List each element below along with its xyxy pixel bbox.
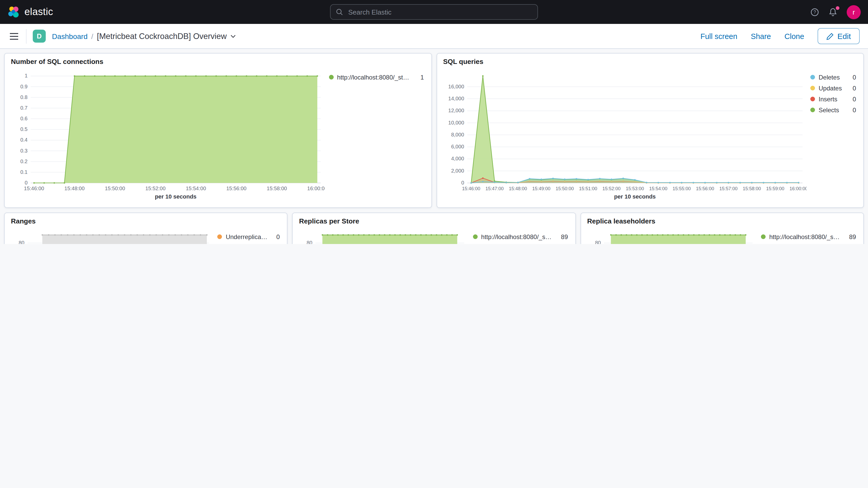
legend-label: Inserts bbox=[818, 95, 837, 103]
svg-text:per 10 seconds: per 10 seconds bbox=[155, 193, 196, 200]
legend-value: 89 bbox=[845, 233, 856, 240]
svg-text:15:55:00: 15:55:00 bbox=[672, 186, 690, 191]
panel-sql-connections: Number of SQL connections 00.10.20.30.40… bbox=[4, 53, 432, 208]
help-icon[interactable]: ? bbox=[810, 7, 819, 17]
panel-ranges: Ranges 0102030405060708015:46:0015:48:00… bbox=[4, 213, 288, 244]
legend-color-dot bbox=[810, 108, 815, 112]
page: elastic ? r D Dashboard / bbox=[0, 0, 868, 244]
notification-dot bbox=[836, 6, 839, 10]
elastic-logo[interactable] bbox=[7, 5, 20, 19]
share-button[interactable]: Share bbox=[751, 32, 771, 40]
legend-item[interactable]: Updates0 bbox=[810, 83, 856, 94]
svg-text:80: 80 bbox=[595, 240, 600, 244]
chart-legend: http://localhost:8080/_sta...89 bbox=[469, 226, 570, 244]
global-search-box[interactable] bbox=[330, 4, 538, 20]
svg-text:1: 1 bbox=[25, 73, 28, 79]
sql-queries-chart[interactable]: 02,0004,0006,0008,00010,00012,00014,0001… bbox=[442, 66, 806, 202]
chart-legend: Underreplicated0Overreplicated0Unavailab… bbox=[213, 226, 282, 244]
legend-label: Underreplicated bbox=[226, 233, 269, 240]
legend-item[interactable]: Selects0 bbox=[810, 104, 856, 115]
search-input[interactable] bbox=[347, 7, 532, 17]
svg-text:0.4: 0.4 bbox=[20, 137, 28, 143]
svg-text:15:54:00: 15:54:00 bbox=[186, 186, 206, 191]
legend-item[interactable]: Inserts0 bbox=[810, 94, 856, 104]
full-screen-button[interactable]: Full screen bbox=[701, 32, 737, 40]
svg-text:15:54:00: 15:54:00 bbox=[649, 186, 667, 191]
title-chevron-icon[interactable] bbox=[230, 33, 237, 39]
legend-color-dot bbox=[810, 86, 815, 90]
svg-text:6,000: 6,000 bbox=[451, 144, 464, 149]
svg-text:8,000: 8,000 bbox=[451, 132, 464, 138]
svg-text:15:58:00: 15:58:00 bbox=[267, 186, 287, 191]
svg-text:0.2: 0.2 bbox=[20, 158, 28, 164]
clone-button[interactable]: Clone bbox=[784, 32, 804, 40]
panel-replica-leaseholders: Replica leaseholders 0102030405060708015… bbox=[580, 213, 864, 244]
legend-label: http://localhost:8080/_sta... bbox=[769, 233, 841, 240]
panel-title: Replica leaseholders bbox=[587, 217, 858, 225]
legend-label: Updates bbox=[818, 85, 842, 92]
svg-text:15:51:00: 15:51:00 bbox=[579, 186, 597, 191]
legend-label: Deletes bbox=[818, 73, 840, 81]
svg-text:0.7: 0.7 bbox=[20, 105, 28, 111]
svg-text:15:48:00: 15:48:00 bbox=[64, 186, 85, 191]
replicas-per-store-chart[interactable]: 0102030405060708015:46:0015:49:0015:52:0… bbox=[298, 226, 469, 244]
svg-text:15:53:00: 15:53:00 bbox=[625, 186, 644, 191]
legend-value: 0 bbox=[848, 106, 856, 114]
brand-name: elastic bbox=[24, 6, 53, 18]
svg-text:0.5: 0.5 bbox=[20, 126, 28, 132]
chart-legend: http://localhost:8080/_stat...1 bbox=[324, 66, 426, 202]
hamburger-icon bbox=[9, 32, 19, 40]
svg-text:0.3: 0.3 bbox=[20, 148, 28, 154]
legend-value: 0 bbox=[848, 85, 856, 92]
breadcrumb-separator: / bbox=[91, 32, 93, 40]
menu-button[interactable] bbox=[8, 29, 27, 43]
svg-text:4,000: 4,000 bbox=[451, 156, 464, 161]
pencil-icon bbox=[827, 32, 834, 40]
svg-text:0.6: 0.6 bbox=[20, 116, 28, 121]
legend-item[interactable]: http://localhost:8080/_stat...1 bbox=[329, 72, 424, 83]
svg-text:16:00:00: 16:00:00 bbox=[789, 186, 806, 191]
svg-text:?: ? bbox=[813, 9, 816, 14]
ranges-chart[interactable]: 0102030405060708015:46:0015:48:0015:50:0… bbox=[10, 226, 213, 244]
legend-item[interactable]: http://localhost:8080/_sta...89 bbox=[761, 231, 856, 242]
svg-text:15:46:00: 15:46:00 bbox=[24, 186, 44, 191]
legend-value: 0 bbox=[848, 95, 856, 103]
notifications-icon[interactable] bbox=[829, 7, 837, 17]
svg-text:15:52:00: 15:52:00 bbox=[145, 186, 165, 191]
svg-text:15:58:00: 15:58:00 bbox=[742, 186, 761, 191]
dashboard-toolbar: D Dashboard / [Metricbeat CockroachDB] O… bbox=[0, 24, 868, 49]
svg-text:14,000: 14,000 bbox=[448, 96, 464, 101]
panel-sql-queries: SQL queries 02,0004,0006,0008,00010,0001… bbox=[436, 53, 864, 208]
svg-text:15:52:00: 15:52:00 bbox=[602, 186, 620, 191]
svg-text:0.8: 0.8 bbox=[20, 94, 28, 100]
svg-text:0: 0 bbox=[461, 180, 464, 186]
svg-text:80: 80 bbox=[307, 240, 312, 244]
legend-value: 89 bbox=[557, 233, 568, 240]
svg-text:15:59:00: 15:59:00 bbox=[766, 186, 784, 191]
user-avatar[interactable]: r bbox=[847, 5, 861, 19]
global-header: elastic ? r bbox=[0, 0, 868, 24]
legend-color-dot bbox=[329, 75, 334, 80]
panel-title: Ranges bbox=[11, 217, 282, 225]
search-icon bbox=[336, 8, 343, 16]
svg-text:0: 0 bbox=[25, 180, 28, 186]
svg-text:16:00:00: 16:00:00 bbox=[307, 186, 325, 191]
legend-value: 0 bbox=[848, 73, 856, 81]
svg-text:0.1: 0.1 bbox=[20, 169, 28, 175]
sql-connections-chart[interactable]: 00.10.20.30.40.50.60.70.80.9115:46:0015:… bbox=[10, 66, 324, 202]
svg-text:15:50:00: 15:50:00 bbox=[555, 186, 574, 191]
legend-item[interactable]: Deletes0 bbox=[810, 72, 856, 83]
legend-label: http://localhost:8080/_sta... bbox=[481, 233, 553, 240]
breadcrumb-dashboard[interactable]: Dashboard bbox=[52, 32, 88, 40]
svg-text:15:49:00: 15:49:00 bbox=[532, 186, 550, 191]
legend-color-dot bbox=[218, 234, 222, 239]
svg-text:15:47:00: 15:47:00 bbox=[485, 186, 503, 191]
replica-leaseholders-chart[interactable]: 0102030405060708015:46:0015:49:0015:52:0… bbox=[586, 226, 757, 244]
svg-text:15:56:00: 15:56:00 bbox=[696, 186, 714, 191]
legend-item[interactable]: http://localhost:8080/_sta...89 bbox=[473, 231, 568, 242]
legend-item[interactable]: Overreplicated0 bbox=[218, 242, 280, 244]
edit-button[interactable]: Edit bbox=[817, 28, 860, 44]
space-badge[interactable]: D bbox=[33, 30, 46, 42]
svg-text:2,000: 2,000 bbox=[451, 168, 464, 174]
legend-item[interactable]: Underreplicated0 bbox=[218, 231, 280, 242]
